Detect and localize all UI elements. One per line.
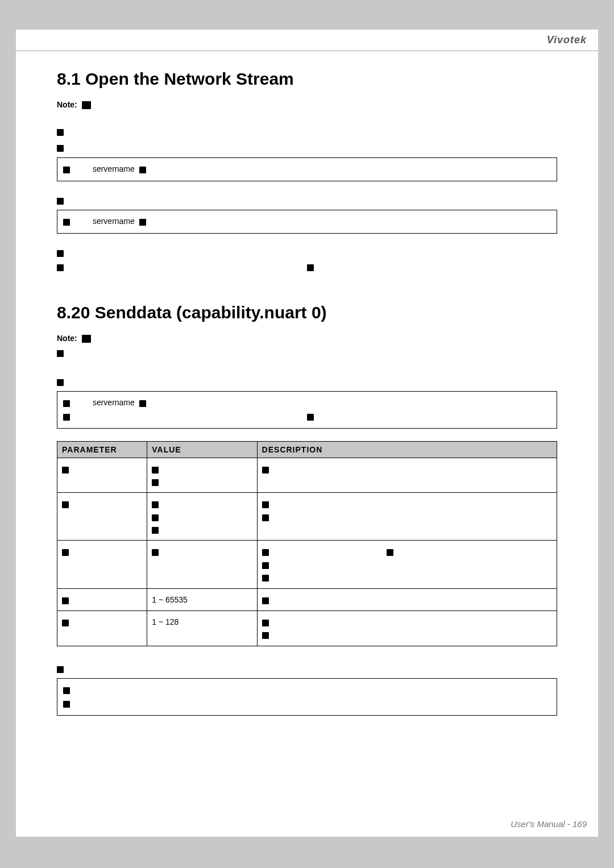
redacted-glyph-icon xyxy=(57,250,64,257)
redacted-glyph-icon xyxy=(62,501,69,508)
redacted-glyph-icon xyxy=(57,350,64,357)
servername-text: servername xyxy=(93,398,135,407)
page-footer: User's Manual - 169 xyxy=(511,819,587,829)
page-content: 8.1 Open the Network Stream Note: server… xyxy=(57,69,557,716)
redacted-glyph-icon xyxy=(307,264,314,271)
redacted-glyph-icon xyxy=(63,167,70,173)
redacted-glyph-icon xyxy=(262,514,269,521)
syntax-label-line xyxy=(57,125,557,138)
cell-desc xyxy=(257,458,557,493)
cell-desc xyxy=(257,541,557,588)
redacted-glyph-icon xyxy=(262,562,269,569)
redacted-glyph-icon xyxy=(262,467,269,474)
redacted-glyph-icon xyxy=(152,549,159,556)
redacted-glyph-icon xyxy=(262,620,269,626)
method2-label xyxy=(57,194,557,206)
servername-text: servername xyxy=(93,164,135,173)
redacted-glyph-icon xyxy=(139,219,146,226)
brand-label: Vivotek xyxy=(547,34,587,46)
redacted-glyph-icon xyxy=(57,198,64,205)
redacted-glyph-icon xyxy=(262,501,269,508)
cell-param xyxy=(57,458,147,493)
method1-label xyxy=(57,141,557,153)
cell-value: 1 ~ 128 xyxy=(147,611,257,646)
note-label: Note: xyxy=(57,100,77,109)
redacted-glyph-icon xyxy=(82,335,91,343)
method-label xyxy=(57,346,557,359)
servername-text: servername xyxy=(93,217,135,226)
redacted-glyph-icon xyxy=(262,632,269,639)
redacted-glyph-icon xyxy=(57,379,64,386)
note-line-2: Note: xyxy=(57,334,557,343)
redacted-glyph-icon xyxy=(62,549,69,556)
table-row xyxy=(57,493,557,541)
return-label-1 xyxy=(57,246,557,259)
cell-value xyxy=(147,541,257,588)
syntax-box-1: servername xyxy=(57,157,557,181)
cell-desc xyxy=(257,588,557,610)
redacted-glyph-icon xyxy=(152,501,159,508)
redacted-glyph-icon xyxy=(57,129,64,136)
redacted-glyph-icon xyxy=(63,219,70,226)
return-row-1 xyxy=(57,262,557,271)
cell-param xyxy=(57,611,147,646)
page: Vivotek 8.1 Open the Network Stream Note… xyxy=(16,30,598,837)
redacted-glyph-icon xyxy=(62,620,69,626)
table-row: 1 ~ 65535 xyxy=(57,588,557,610)
table-header-row: PARAMETER VALUE DESCRIPTION xyxy=(57,441,557,458)
table-row xyxy=(57,541,557,588)
redacted-glyph-icon xyxy=(62,597,69,604)
cell-value xyxy=(147,458,257,493)
return-box xyxy=(57,678,557,716)
redacted-glyph-icon xyxy=(387,549,393,556)
redacted-glyph-icon xyxy=(57,264,64,271)
cell-param xyxy=(57,588,147,610)
redacted-glyph-icon xyxy=(82,101,91,109)
parameter-table: PARAMETER VALUE DESCRIPTION xyxy=(57,441,557,646)
redacted-glyph-icon xyxy=(152,514,159,521)
th-value: VALUE xyxy=(147,441,257,458)
redacted-glyph-icon xyxy=(262,575,269,582)
return-label-2 xyxy=(57,662,557,675)
redacted-glyph-icon xyxy=(307,414,314,421)
redacted-glyph-icon xyxy=(62,467,69,474)
redacted-glyph-icon xyxy=(152,467,159,474)
redacted-glyph-icon xyxy=(63,701,70,708)
header-bar: Vivotek xyxy=(16,30,598,51)
redacted-glyph-icon xyxy=(152,479,159,486)
cell-param xyxy=(57,493,147,541)
redacted-glyph-icon xyxy=(63,414,70,421)
cell-param xyxy=(57,541,147,588)
th-description: DESCRIPTION xyxy=(257,441,557,458)
cell-value: 1 ~ 65535 xyxy=(147,588,257,610)
cell-value xyxy=(147,493,257,541)
note-line-1: Note: xyxy=(57,100,557,109)
redacted-glyph-icon xyxy=(262,597,269,604)
redacted-glyph-icon xyxy=(262,549,269,556)
redacted-glyph-icon xyxy=(57,145,64,152)
redacted-glyph-icon xyxy=(152,527,159,534)
redacted-glyph-icon xyxy=(63,400,70,407)
redacted-glyph-icon xyxy=(139,400,146,407)
th-parameter: PARAMETER xyxy=(57,441,147,458)
redacted-glyph-icon xyxy=(139,167,146,173)
section-heading-8-20: 8.20 Senddata (capability.nuart 0) xyxy=(57,303,557,322)
redacted-glyph-icon xyxy=(57,666,64,673)
table-row: 1 ~ 128 xyxy=(57,611,557,646)
cell-desc xyxy=(257,611,557,646)
redacted-glyph-icon xyxy=(63,687,70,694)
note-label: Note: xyxy=(57,334,77,343)
syntax-box-2: servername xyxy=(57,210,557,234)
cell-desc xyxy=(257,493,557,541)
syntax-box-3: servername xyxy=(57,391,557,429)
section-heading-8-1: 8.1 Open the Network Stream xyxy=(57,69,557,89)
table-row xyxy=(57,458,557,493)
syntax-label-2 xyxy=(57,375,557,388)
